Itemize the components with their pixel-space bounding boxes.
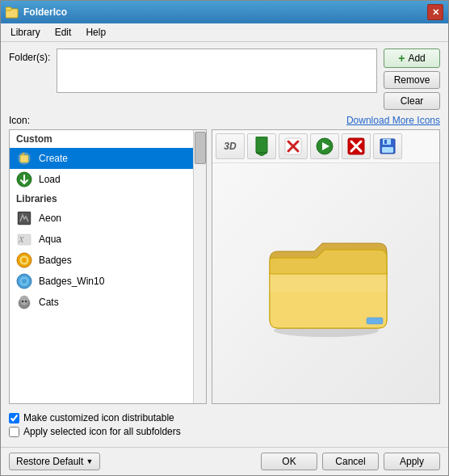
checkbox-row-2: Apply selected icon for all subfolders	[9, 426, 440, 437]
plus-icon: +	[398, 52, 405, 65]
btn-red-x1[interactable]	[279, 133, 308, 159]
btn-red-x2[interactable]	[342, 133, 371, 159]
list-item-cats[interactable]: Cats	[10, 292, 206, 313]
svg-rect-36	[367, 318, 383, 324]
list-item-load[interactable]: Load	[10, 169, 206, 190]
main-window: FolderIco ✕ Library Edit Help Folder(s):…	[0, 0, 449, 476]
cancel-button[interactable]: Cancel	[322, 453, 379, 470]
download-link[interactable]: Download More Icons	[346, 115, 440, 126]
icon-area: Custom Create	[9, 129, 440, 404]
scrollbar-thumb[interactable]	[195, 132, 206, 164]
list-item-aqua[interactable]: X Aqua	[10, 229, 206, 250]
remove-button[interactable]: Remove	[384, 71, 440, 89]
add-label: Add	[408, 53, 425, 64]
svg-point-14	[22, 279, 27, 284]
menu-library[interactable]: Library	[4, 25, 47, 40]
icon-label-row: Icon: Download More Icons	[9, 115, 440, 126]
menu-bar: Library Edit Help	[1, 23, 448, 42]
list-item-badges-win10[interactable]: Badges_Win10	[10, 271, 206, 292]
icon-section: Icon: Download More Icons Custom	[9, 115, 440, 404]
checkbox-row-1: Make customized icon distributable	[9, 412, 440, 423]
bottom-bar-right: OK Cancel Apply	[261, 453, 440, 470]
svg-rect-1	[6, 7, 11, 11]
title-bar-left: FolderIco	[6, 6, 67, 19]
main-content: Folder(s): + Add Remove Clear Icon: Down…	[1, 42, 448, 447]
dropdown-arrow-icon: ▼	[86, 457, 93, 465]
svg-rect-3	[20, 155, 28, 162]
folder-label: Folder(s):	[9, 48, 50, 63]
svg-rect-21	[256, 137, 267, 153]
aqua-icon: X	[16, 231, 32, 247]
create-icon	[16, 150, 32, 166]
checkbox-subfolders[interactable]	[9, 427, 19, 437]
list-scrollbar[interactable]	[193, 130, 206, 403]
aeon-label: Aeon	[39, 213, 61, 224]
ok-button[interactable]: OK	[261, 453, 317, 470]
clear-button[interactable]: Clear	[384, 92, 440, 110]
folder-svg	[262, 227, 391, 340]
load-label: Load	[39, 174, 61, 185]
apply-button[interactable]: Apply	[384, 453, 440, 470]
svg-rect-34	[382, 147, 393, 153]
icon-preview-panel: 3D	[212, 129, 440, 404]
checkbox-subfolders-label: Apply selected icon for all subfolders	[23, 426, 181, 437]
btn-3d[interactable]: 3D	[216, 133, 245, 159]
add-button[interactable]: + Add	[384, 48, 440, 68]
title-text: FolderIco	[23, 6, 67, 18]
icon-label: Icon:	[9, 115, 30, 126]
svg-point-11	[22, 258, 27, 263]
3d-label: 3D	[224, 141, 236, 152]
cats-icon	[16, 294, 32, 310]
checkbox-distributable-label: Make customized icon distributable	[23, 412, 174, 423]
btn-green-circle[interactable]	[310, 133, 339, 159]
folder-input-area[interactable]	[57, 48, 377, 93]
restore-default-button[interactable]: Restore Default ▼	[9, 453, 100, 470]
bottom-bar: Restore Default ▼ OK Cancel Apply	[1, 447, 448, 475]
aeon-icon	[16, 210, 32, 226]
cats-label: Cats	[39, 297, 59, 308]
bottom-options: Make customized icon distributable Apply…	[9, 409, 440, 440]
aqua-label: Aqua	[39, 234, 61, 245]
create-label: Create	[39, 153, 68, 164]
badges-icon	[16, 252, 32, 268]
svg-text:X: X	[18, 234, 25, 244]
title-bar: FolderIco ✕	[1, 1, 448, 23]
badges-win10-label: Badges_Win10	[39, 276, 104, 287]
custom-header: Custom	[10, 130, 206, 148]
svg-point-19	[22, 301, 23, 302]
folder-row: Folder(s): + Add Remove Clear	[9, 48, 440, 110]
icon-toolbar: 3D	[212, 130, 439, 163]
icon-list-panel: Custom Create	[9, 129, 207, 404]
folder-preview-area	[212, 163, 439, 403]
svg-marker-22	[256, 153, 267, 156]
load-icon	[16, 171, 32, 187]
checkbox-distributable[interactable]	[9, 413, 19, 423]
svg-rect-33	[384, 140, 387, 144]
list-item-badges[interactable]: Badges	[10, 250, 206, 271]
list-item-create[interactable]: Create	[10, 148, 206, 169]
badges-win10-icon	[16, 273, 32, 289]
menu-edit[interactable]: Edit	[48, 25, 78, 40]
svg-point-20	[25, 301, 27, 302]
menu-help[interactable]: Help	[79, 25, 112, 40]
restore-label: Restore Default	[16, 456, 83, 467]
folder-buttons: + Add Remove Clear	[384, 48, 440, 110]
list-item-aeon[interactable]: Aeon	[10, 208, 206, 229]
badges-label: Badges	[39, 255, 72, 266]
btn-flag[interactable]	[247, 133, 276, 159]
btn-save[interactable]	[373, 133, 402, 159]
app-icon	[6, 6, 19, 19]
close-button[interactable]: ✕	[427, 4, 443, 20]
libraries-header: Libraries	[10, 190, 206, 208]
